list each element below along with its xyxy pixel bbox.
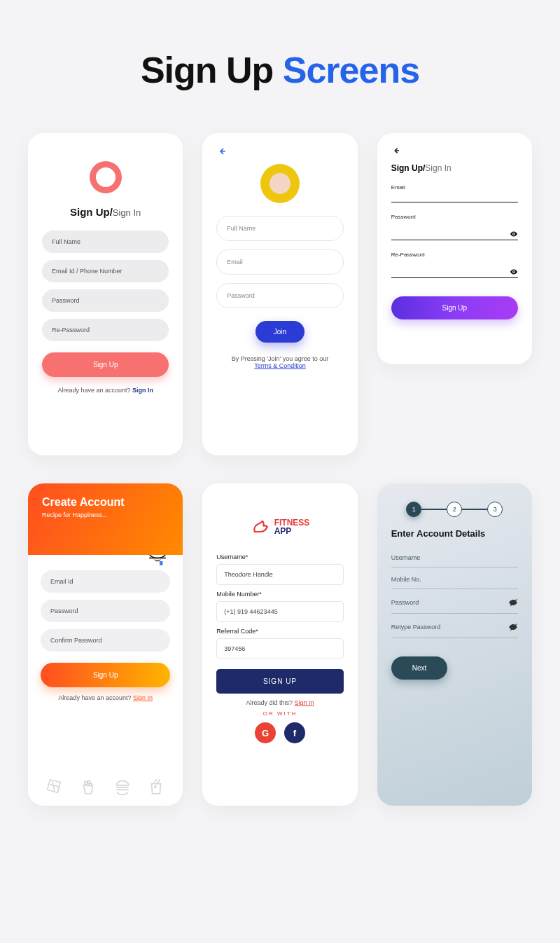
already-text: Already have an account? Sign In [42, 387, 169, 394]
back-arrow-icon[interactable] [216, 146, 227, 160]
hero-subheading: Recipe for Happiness... [42, 511, 169, 518]
referral-label: Referral Code* [216, 628, 343, 635]
eye-off-icon[interactable] [508, 598, 518, 607]
back-arrow-icon[interactable] [391, 146, 518, 158]
mobile-input[interactable]: Mobile No. [391, 567, 518, 589]
tab-signin[interactable]: Sign In [113, 207, 141, 218]
title-part1: Sign Up [141, 50, 283, 90]
already-prefix: Already have an account? [58, 694, 133, 701]
avatar[interactable] [260, 164, 300, 203]
hero-header: Create Account Recipe for Happiness... [28, 483, 183, 555]
screen-signup-4: Create Account Recipe for Happiness... E… [28, 483, 183, 806]
signup-button[interactable]: Sign Up [41, 663, 170, 687]
agree-text: By Pressing 'Join' you agree to our Term… [232, 355, 329, 369]
eye-icon[interactable] [510, 230, 518, 238]
password-label: Password [391, 214, 518, 220]
signin-link[interactable]: Sign In [295, 699, 314, 706]
fitness-logo: FITNESSAPP [216, 517, 343, 537]
username-placeholder: Username [391, 554, 421, 561]
signup-button[interactable]: Sign Up [391, 296, 518, 319]
page-title: Sign Up Screens [28, 49, 532, 91]
stepper: 1 2 3 [391, 502, 518, 517]
step-3[interactable]: 3 [487, 502, 503, 517]
password-placeholder: Password [391, 599, 419, 606]
screen-signup-6: 1 2 3 Enter Account Details Username Mob… [377, 483, 532, 806]
flex-arm-icon [251, 517, 270, 537]
mobile-placeholder: Mobile No. [391, 576, 421, 583]
eye-off-icon[interactable] [508, 622, 518, 632]
email-input[interactable]: Email [216, 249, 343, 275]
retype-password-input[interactable]: Retype Password [391, 614, 518, 638]
auth-tabs: Sign Up/Sign In [391, 163, 518, 173]
burger-icon [113, 778, 132, 796]
password-input[interactable]: Password [41, 600, 170, 622]
repassword-input[interactable] [391, 268, 518, 278]
step-line [462, 509, 487, 510]
screen-signup-2: Full Name Email Password Join By Pressin… [202, 133, 357, 455]
or-with-label: OR WITH [216, 710, 343, 717]
svg-rect-2 [160, 561, 163, 565]
referral-input[interactable]: 397456 [216, 638, 343, 659]
signup-button[interactable]: SIGN UP [216, 669, 343, 694]
username-label: Username* [216, 553, 343, 560]
auth-tabs: Sign Up/Sign In [42, 206, 169, 218]
svg-point-6 [90, 783, 92, 786]
step-1[interactable]: 1 [406, 502, 421, 517]
facebook-button[interactable]: f [284, 722, 305, 743]
tab-signup[interactable]: Sign Up/ [391, 163, 426, 173]
email-input[interactable]: Email Id [41, 570, 170, 593]
signin-link[interactable]: Sign In [132, 387, 153, 394]
already-prefix: Already did this? [246, 699, 294, 706]
section-heading: Enter Account Details [391, 528, 518, 539]
chocolate-icon [46, 778, 64, 796]
popcorn-icon [79, 778, 97, 796]
already-prefix: Already have an account? [57, 387, 132, 394]
step-2[interactable]: 2 [447, 502, 462, 517]
already-text: Already did this? Sign In [216, 699, 343, 706]
username-input[interactable]: Username [391, 546, 518, 567]
eye-icon[interactable] [510, 268, 518, 276]
fullname-input[interactable]: Full Name [216, 216, 343, 241]
already-text: Already have an account? Sign In [28, 694, 183, 701]
tab-signin[interactable]: Sign In [425, 163, 451, 173]
mobile-input[interactable]: (+1) 919 44623445 [216, 601, 343, 622]
screen-signup-5: FITNESSAPP Username* Theodore Handle Mob… [202, 483, 357, 806]
agree-prefix: By Pressing 'Join' you agree to our [232, 355, 329, 362]
password-input[interactable]: Password [216, 283, 343, 308]
tab-signup[interactable]: Sign Up/ [70, 206, 113, 218]
step-line [421, 509, 447, 510]
screen-signup-1: Sign Up/Sign In Full Name Email Id / Pho… [28, 133, 183, 455]
repassword-label: Re-Password [391, 252, 518, 258]
email-label: Email [391, 184, 518, 191]
grocery-bag-icon [147, 778, 165, 796]
title-part2: Screens [283, 50, 419, 90]
signin-link[interactable]: Sign In [133, 694, 153, 701]
terms-link[interactable]: Terms & Condition [254, 362, 306, 369]
screen-signup-3: Sign Up/Sign In Email Password Re-Passwo… [377, 133, 532, 364]
fullname-input[interactable]: Full Name [42, 230, 169, 253]
signup-button[interactable]: Sign Up [42, 352, 169, 377]
next-button[interactable]: Next [391, 656, 448, 680]
repassword-input[interactable]: Re-Password [42, 319, 169, 341]
email-input[interactable]: Email Id / Phone Number [42, 260, 169, 282]
mobile-label: Mobile Number* [216, 591, 343, 598]
retype-placeholder: Retype Password [391, 624, 441, 631]
logo-text-2: APP [274, 527, 310, 535]
email-input[interactable] [391, 200, 518, 202]
password-input[interactable]: Password [42, 289, 169, 312]
password-input[interactable] [391, 230, 518, 240]
food-icons-row [28, 768, 183, 796]
confirm-password-input[interactable]: Confirm Password [41, 629, 170, 652]
join-button[interactable]: Join [255, 321, 304, 343]
password-input[interactable]: Password [391, 589, 518, 614]
google-button[interactable]: G [255, 722, 276, 743]
social-row: G f [216, 722, 343, 743]
username-input[interactable]: Theodore Handle [216, 564, 343, 585]
logo-ring [90, 161, 122, 193]
hero-heading: Create Account [42, 496, 169, 509]
svg-point-7 [155, 786, 156, 787]
